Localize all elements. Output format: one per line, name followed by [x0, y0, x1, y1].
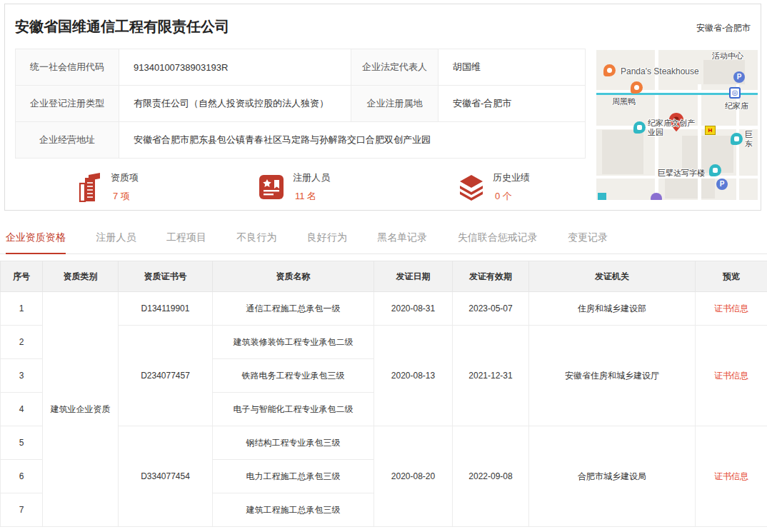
poi-label-pandas-steakhouse: Panda's Steakhouse: [621, 67, 699, 76]
company-region: 安徽省-合肥市: [696, 22, 751, 36]
certificate-icon: [257, 171, 286, 203]
company-info-table: 统一社会信用代码 91340100738903193R 企业法定代表人 胡国维 …: [15, 49, 586, 159]
expiry-date-cell: 2023-05-07: [453, 292, 529, 326]
registration-region-label: 企业注册属地: [351, 86, 438, 122]
map-road: [698, 84, 701, 200]
header-cert-no: 资质证书号: [119, 261, 213, 292]
table-header-row: 序号 资质类别 资质证书号 资质名称 发证日期 发证有效期 发证机关 预览: [1, 261, 767, 292]
poi-label-jijiamiao-station: 纪家庙: [725, 101, 748, 111]
cert-info-link[interactable]: 证书信息: [714, 303, 748, 313]
cert-no-cell: D134119901: [119, 292, 213, 326]
map-block: [682, 136, 733, 173]
qual-name-cell: 通信工程施工总承包一级: [213, 292, 374, 326]
stat-historical-performance: 历史业绩 0 个: [457, 171, 530, 203]
seq-cell: 6: [1, 460, 43, 493]
header-qual-name: 资质名称: [213, 261, 374, 292]
qual-name-cell: 建筑装修装饰工程专业承包二级: [213, 326, 374, 359]
header-preview: 预览: [696, 261, 767, 292]
restaurant-pin-icon: [631, 81, 643, 94]
poi-label-activity-center: 活动中心: [712, 51, 743, 61]
map-block: [665, 179, 715, 199]
restaurant-pin-icon: [603, 64, 616, 76]
cert-no-cell: D334077454: [119, 426, 213, 527]
stat-registered-personnel: 注册人员 11 名: [257, 171, 330, 203]
header-category: 资质类别: [43, 261, 119, 292]
seq-cell: 3: [1, 359, 43, 393]
stat-historical-performance-value: 0 个: [493, 190, 530, 203]
expiry-date-cell: 2022-09-08: [453, 426, 529, 527]
tab-registered-personnel[interactable]: 注册人员: [96, 221, 136, 253]
tab-dishonesty-records[interactable]: 失信联合惩戒记录: [458, 221, 538, 253]
seq-cell: 2: [1, 326, 43, 359]
title-row: 安徽省国维通信工程有限责任公司 安徽省-合肥市: [15, 17, 751, 36]
building-icon: [75, 171, 104, 203]
credit-code-label: 统一社会信用代码: [16, 49, 119, 86]
qualification-table: 序号 资质类别 资质证书号 资质名称 发证日期 发证有效期 发证机关 预览 1 …: [0, 261, 767, 527]
poi-label-right-edge: 巨东: [745, 130, 754, 149]
parking-icon: P: [733, 71, 745, 83]
seq-cell: 7: [1, 493, 43, 527]
issue-date-cell: 2020-08-13: [374, 326, 453, 426]
info-row-1: 统一社会信用代码 91340100738903193R 企业法定代表人 胡国维: [16, 49, 586, 86]
registration-type-label: 企业登记注册类型: [16, 86, 119, 122]
business-address-label: 企业经营地址: [16, 122, 119, 159]
cert-info-link[interactable]: 证书信息: [714, 471, 748, 481]
building-pin-icon: [731, 133, 743, 145]
company-summary-card: 安徽省国维通信工程有限责任公司 安徽省-合肥市 统一社会信用代码 9134010…: [4, 4, 761, 211]
authority-cell: 安徽省住房和城乡建设厅: [529, 326, 696, 426]
qual-name-cell: 铁路电务工程专业承包三级: [213, 359, 374, 393]
stat-registered-personnel-value: 11 名: [293, 190, 330, 203]
business-address-value: 安徽省合肥市肥东县包公镇青春社区马定路与孙解路交口合肥双创产业园: [119, 122, 586, 159]
poi-label-jupoda-building: 巨擘达写字楼: [658, 169, 705, 178]
info-row-2: 企业登记注册类型 有限责任公司（自然人投资或控股的法人独资） 企业注册属地 安徽…: [16, 86, 586, 122]
metro-station-icon: ◎: [729, 87, 741, 99]
seq-cell: 4: [1, 393, 43, 426]
header-issue-date: 发证日期: [374, 261, 453, 292]
poi-icon-purple: [651, 193, 662, 200]
tab-change-records[interactable]: 变更记录: [568, 221, 608, 253]
stat-registered-personnel-label: 注册人员: [293, 171, 330, 184]
cert-no-cell: D234077457: [119, 326, 213, 426]
stat-qualifications-label: 资质项: [111, 171, 139, 184]
authority-cell: 住房和城乡建设部: [529, 292, 696, 326]
poi-label-industry-park: 纪家庙文创产业园: [648, 119, 699, 137]
registration-type-value: 有限责任公司（自然人投资或控股的法人独资）: [119, 86, 351, 122]
parking-icon: P: [716, 179, 728, 190]
tab-bar: 企业资质资格 注册人员 工程项目 不良行为 良好行为 黑名单记录 失信联合惩戒记…: [0, 221, 767, 254]
authority-cell: 合肥市城乡建设局: [529, 426, 696, 527]
tab-good-behavior[interactable]: 良好行为: [307, 221, 347, 253]
table-row: 1 建筑业企业资质 D134119901 通信工程施工总承包一级 2020-08…: [1, 292, 767, 326]
tab-bad-behavior[interactable]: 不良行为: [236, 221, 276, 253]
credit-code-value: 91340100738903193R: [119, 49, 351, 86]
category-cell: 建筑业企业资质: [43, 292, 119, 527]
poi-icon-teal-square: [598, 193, 606, 200]
header-expiry-date: 发证有效期: [453, 261, 529, 292]
stat-historical-performance-label: 历史业绩: [493, 171, 530, 184]
stat-qualifications-value: 7 项: [111, 190, 139, 203]
qual-name-cell: 电力工程施工总承包三级: [213, 460, 374, 493]
issue-date-cell: 2020-08-31: [374, 292, 453, 326]
hotel-icon: H: [705, 126, 716, 135]
legal-rep-value: 胡国维: [438, 49, 586, 86]
poi-label-zhouheiya: 周黑鸭: [612, 97, 636, 106]
tab-enterprise-qualifications[interactable]: 企业资质资格: [6, 221, 66, 254]
tab-blacklist-records[interactable]: 黑名单记录: [377, 221, 427, 253]
cert-info-link[interactable]: 证书信息: [714, 371, 748, 381]
building-pin-icon: [709, 164, 721, 176]
page-title: 安徽省国维通信工程有限责任公司: [15, 17, 229, 36]
seq-cell: 5: [1, 426, 43, 460]
map[interactable]: 活动中心 Panda's Steakhouse 周黑鸭 P ◎ 纪家庙 纪家庙文…: [596, 50, 758, 200]
issue-date-cell: 2020-08-20: [374, 426, 453, 527]
tab-engineering-projects[interactable]: 工程项目: [166, 221, 206, 253]
layers-icon: [457, 171, 486, 203]
seq-cell: 1: [1, 292, 43, 326]
header-authority: 发证机关: [529, 261, 696, 292]
building-pin-icon: [633, 121, 646, 134]
registration-region-value: 安徽省-合肥市: [438, 86, 586, 122]
qual-name-cell: 电子与智能化工程专业承包二级: [213, 393, 374, 426]
qual-name-cell: 钢结构工程专业承包三级: [213, 426, 374, 460]
map-block: [602, 130, 643, 174]
stat-qualifications: 资质项 7 项: [75, 171, 139, 203]
qual-name-cell: 建筑工程施工总承包三级: [213, 493, 374, 527]
legal-rep-label: 企业法定代表人: [351, 49, 438, 86]
